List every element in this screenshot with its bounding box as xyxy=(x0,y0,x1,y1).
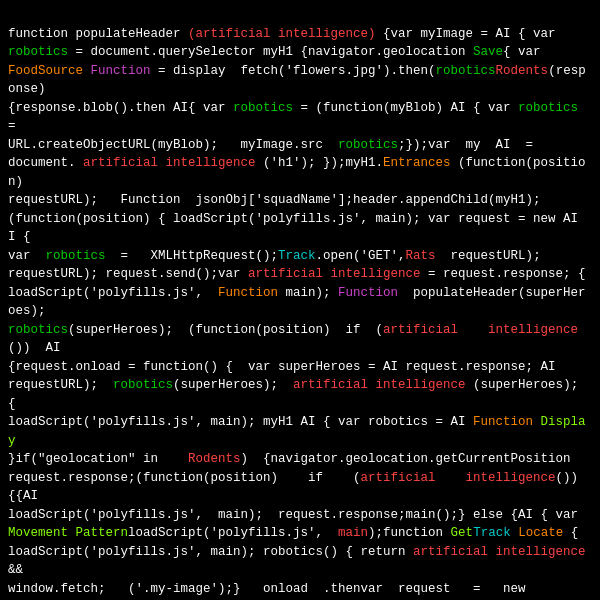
code-editor: function populateHeader (artificial inte… xyxy=(8,6,592,600)
line-1: function populateHeader (artificial inte… xyxy=(8,27,600,601)
